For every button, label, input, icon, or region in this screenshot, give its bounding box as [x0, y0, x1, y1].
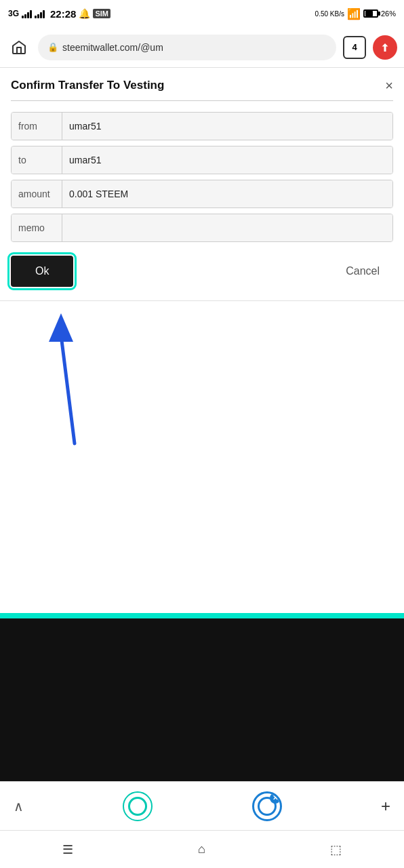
to-value: umar51: [62, 146, 392, 174]
buttons-row: Ok Cancel: [11, 256, 393, 287]
system-nav: ☰ ⌂ ⬚: [0, 830, 404, 868]
amount-label: amount: [12, 180, 62, 208]
arrow-annotation: [0, 301, 404, 450]
ok-button[interactable]: Ok: [11, 256, 73, 287]
arrow-svg: [0, 301, 203, 450]
browser-bar: 🔒 steemitwallet.com/@um 4: [0, 27, 404, 68]
from-value: umar51: [62, 113, 392, 140]
memo-label: memo: [12, 214, 62, 241]
svg-line-0: [61, 335, 75, 443]
svg-marker-1: [49, 313, 73, 342]
white-space: [0, 450, 404, 613]
tab-1-icon: [128, 797, 147, 816]
main-content: Confirm Transfer To Vesting × from umar5…: [0, 68, 404, 868]
lock-icon: 🔒: [47, 42, 58, 52]
from-label: from: [12, 113, 62, 140]
dialog-container: Confirm Transfer To Vesting × from umar5…: [0, 68, 404, 301]
dialog-title: Confirm Transfer To Vesting: [11, 79, 164, 92]
upload-icon: [379, 41, 391, 54]
from-row: from umar51: [11, 112, 393, 140]
signal-bars-1: [22, 9, 32, 18]
tab-close-icon[interactable]: ✕: [270, 793, 281, 804]
time-label: 22:28: [50, 8, 76, 20]
upload-button[interactable]: [373, 35, 397, 60]
url-text: steemitwallet.com/@um: [62, 42, 163, 53]
home-nav-icon[interactable]: ⌂: [198, 842, 205, 856]
battery-icon: [363, 9, 378, 18]
amount-value: 0.001 STEEM: [62, 180, 392, 208]
teal-bar: [0, 613, 404, 618]
speed-label: 0.50 KB/s: [315, 10, 344, 18]
back-nav-icon[interactable]: ⬚: [330, 842, 342, 857]
sim-icon: SIM: [93, 9, 110, 18]
amount-row: amount 0.001 STEEM: [11, 180, 393, 208]
status-right: 0.50 KB/s 📶 26%: [315, 7, 396, 20]
new-tab-button[interactable]: +: [381, 797, 390, 816]
close-dialog-button[interactable]: ×: [385, 79, 393, 92]
battery-fill: [365, 11, 373, 16]
wifi-icon: 📶: [347, 7, 361, 20]
network-label: 3G: [8, 9, 19, 18]
url-bar[interactable]: 🔒 steemitwallet.com/@um: [38, 35, 336, 60]
to-label: to: [12, 146, 62, 174]
home-button[interactable]: [7, 35, 31, 60]
back-arrow-button[interactable]: ∧: [14, 798, 24, 814]
menu-nav-icon[interactable]: ☰: [62, 842, 73, 857]
browser-tab-1[interactable]: [123, 791, 153, 821]
status-bar: 3G 22:28 🔔 SIM 0.50 KB/s 📶 26%: [0, 0, 404, 27]
bell-icon: 🔔: [79, 8, 90, 19]
battery-percent: 26%: [381, 9, 396, 18]
dialog-header: Confirm Transfer To Vesting ×: [11, 79, 393, 92]
memo-row: memo: [11, 214, 393, 242]
signal-bars-2: [35, 9, 45, 18]
status-left: 3G 22:28 🔔 SIM: [8, 8, 110, 20]
to-row: to umar51: [11, 146, 393, 174]
browser-bottom-bar: ∧ ✕ +: [0, 781, 404, 830]
black-section: [0, 618, 404, 781]
memo-value: [62, 214, 392, 241]
header-divider: [11, 100, 393, 101]
browser-tab-2-active[interactable]: ✕: [252, 791, 282, 821]
home-icon: [11, 39, 27, 56]
tab-count-button[interactable]: 4: [343, 36, 366, 59]
cancel-button[interactable]: Cancel: [332, 256, 393, 287]
